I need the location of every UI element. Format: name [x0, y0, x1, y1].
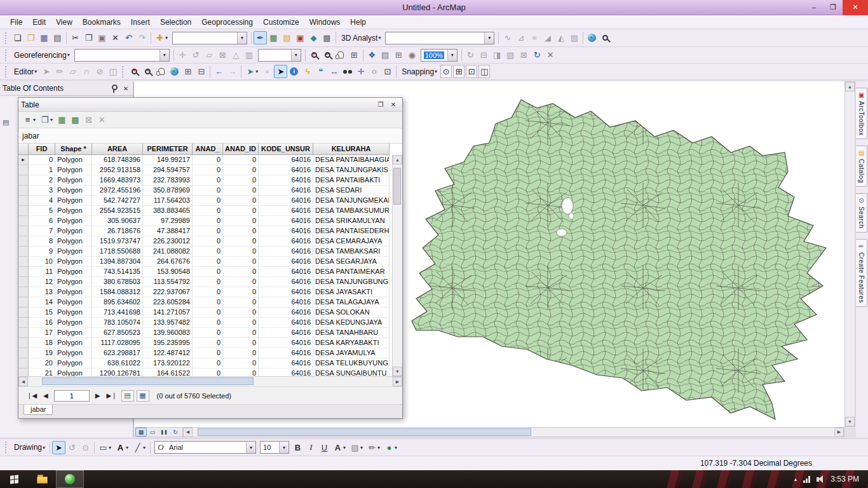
- cell[interactable]: 64016: [259, 186, 313, 196]
- row-marker[interactable]: [18, 308, 29, 318]
- cell[interactable]: 64016: [259, 216, 313, 226]
- cell[interactable]: 117.564203: [143, 196, 193, 206]
- scroll-down-icon[interactable]: ▼: [393, 367, 402, 376]
- georeferencing-layer-combo[interactable]: ▾: [74, 49, 170, 62]
- table-window-icon[interactable]: ▦: [267, 31, 280, 44]
- restore-button[interactable]: ❐: [824, 0, 843, 15]
- cell[interactable]: Polygon: [55, 297, 92, 308]
- edit-tool-icon[interactable]: ➤: [39, 65, 53, 78]
- restore-icon[interactable]: ❐: [374, 101, 387, 108]
- cell[interactable]: DESA TAMBAKSUMUR: [313, 206, 390, 216]
- cell[interactable]: Polygon: [55, 155, 92, 165]
- running-app-button[interactable]: [56, 470, 84, 488]
- rotate-element-icon[interactable]: ↺: [65, 441, 79, 454]
- table-row[interactable]: 17Polygon627.850523139.9600830064016DESA…: [18, 328, 402, 338]
- analyst-layer-combo[interactable]: ▾: [385, 32, 494, 44]
- cell[interactable]: DESA TELUKBUYUNG: [313, 358, 390, 369]
- menu-selection[interactable]: Selection: [155, 15, 196, 29]
- line-of-sight-icon[interactable]: ⊿: [514, 31, 527, 44]
- redo-icon[interactable]: ↷: [135, 31, 149, 44]
- previous-record-button[interactable]: ◀: [40, 392, 51, 399]
- cell[interactable]: DESA TAMBAKSARI: [313, 247, 390, 257]
- cell[interactable]: 122.487412: [143, 348, 193, 358]
- cell[interactable]: 0: [193, 318, 223, 328]
- cell[interactable]: 3: [29, 186, 55, 196]
- switch-selection-icon[interactable]: ▦: [55, 113, 69, 126]
- font-color-button[interactable]: A: [331, 441, 344, 454]
- cell[interactable]: 64016: [259, 287, 313, 297]
- cell[interactable]: 383.883465: [143, 206, 193, 216]
- copy-icon[interactable]: ❐: [82, 31, 95, 44]
- select-features-icon[interactable]: ➤: [243, 65, 257, 78]
- hidden-icons-chevron-icon[interactable]: ▴: [794, 476, 797, 482]
- arcscene-icon[interactable]: [599, 31, 612, 44]
- cell[interactable]: 0: [193, 287, 223, 297]
- column-header-shape-[interactable]: Shape *: [55, 144, 92, 155]
- row-marker[interactable]: ▸: [18, 155, 29, 165]
- row-marker[interactable]: [18, 196, 29, 206]
- cell[interactable]: 64016: [259, 247, 313, 257]
- catalog-window-icon[interactable]: ▤: [280, 31, 294, 44]
- text-tool-icon[interactable]: A: [114, 441, 127, 454]
- print-icon[interactable]: ▤: [51, 31, 64, 44]
- cell[interactable]: 64016: [259, 175, 313, 186]
- profile-graph-icon[interactable]: ◭: [554, 31, 567, 44]
- cell[interactable]: 0: [223, 348, 259, 358]
- cell[interactable]: Polygon: [55, 175, 92, 186]
- cell[interactable]: Polygon: [55, 369, 92, 376]
- table-row[interactable]: 2Polygon1669.483973232.7839930064016DESA…: [18, 175, 402, 186]
- trace-icon[interactable]: ⊘: [93, 65, 106, 78]
- table-row[interactable]: 21Polygon1290.126781164.615220064016DESA…: [18, 369, 402, 376]
- cell[interactable]: 1394.887304: [92, 257, 143, 267]
- update-display-icon[interactable]: ▥: [243, 48, 256, 62]
- cell[interactable]: 618.748396: [92, 155, 143, 165]
- cell[interactable]: 0: [193, 175, 223, 186]
- editor-toolbar-label[interactable]: Editor: [11, 67, 36, 76]
- map-canvas[interactable]: [405, 81, 844, 427]
- snap-edge-icon[interactable]: ◫: [478, 65, 490, 78]
- table-row[interactable]: 13Polygon1584.088312222.9370670064016DES…: [18, 287, 402, 297]
- table-options-icon[interactable]: ≡: [21, 113, 34, 126]
- edit-annotation-icon[interactable]: ✏: [53, 65, 66, 78]
- cell[interactable]: DESA SOLOKAN: [313, 308, 390, 318]
- cell[interactable]: Polygon: [55, 287, 92, 297]
- cell[interactable]: 11: [29, 267, 55, 277]
- cell[interactable]: 195.235995: [143, 338, 193, 348]
- cell[interactable]: 0: [193, 196, 223, 206]
- cell[interactable]: Polygon: [55, 257, 92, 267]
- cell[interactable]: 638.61022: [92, 358, 143, 369]
- georef-target-icon[interactable]: ◉: [405, 48, 419, 62]
- cell[interactable]: 64016: [259, 297, 313, 308]
- toolbar-grip[interactable]: [5, 66, 8, 78]
- zoom-element-icon[interactable]: ⊙: [79, 441, 92, 454]
- cell[interactable]: 64016: [259, 226, 313, 236]
- cell[interactable]: 14: [29, 297, 55, 308]
- cell[interactable]: 0: [193, 165, 223, 175]
- cell[interactable]: Polygon: [55, 236, 92, 247]
- row-marker[interactable]: [18, 369, 29, 376]
- scroll-up-icon[interactable]: ▲: [393, 155, 402, 165]
- cell[interactable]: 0: [223, 186, 259, 196]
- cell[interactable]: DESA CEMARAJAYA: [313, 236, 390, 247]
- cell[interactable]: 305.90637: [92, 216, 143, 226]
- cell[interactable]: 113.554792: [143, 277, 193, 287]
- select-elements-icon[interactable]: ➤: [274, 65, 287, 78]
- end-point-arc-icon[interactable]: ∩: [79, 65, 93, 78]
- cell[interactable]: Polygon: [55, 186, 92, 196]
- cell[interactable]: Polygon: [55, 206, 92, 216]
- row-marker[interactable]: [18, 318, 29, 328]
- menu-geoprocessing[interactable]: Geoprocessing: [196, 15, 258, 29]
- cell[interactable]: 0: [223, 267, 259, 277]
- cell[interactable]: 350.878969: [143, 186, 193, 196]
- link-table-icon[interactable]: ▤: [379, 48, 392, 62]
- scroll-left-icon[interactable]: ◀: [18, 377, 28, 386]
- model-builder-icon[interactable]: ◆: [307, 31, 320, 44]
- cell[interactable]: 226.230012: [143, 236, 193, 247]
- cell[interactable]: DESA SEDARI: [313, 186, 390, 196]
- bold-button[interactable]: B: [291, 441, 304, 454]
- cell[interactable]: 2972.455196: [92, 186, 143, 196]
- cell[interactable]: 13: [29, 287, 55, 297]
- cell[interactable]: DESA TANJUNGMEKAR: [313, 196, 390, 206]
- cell[interactable]: 64016: [259, 206, 313, 216]
- pin-icon[interactable]: [110, 85, 118, 93]
